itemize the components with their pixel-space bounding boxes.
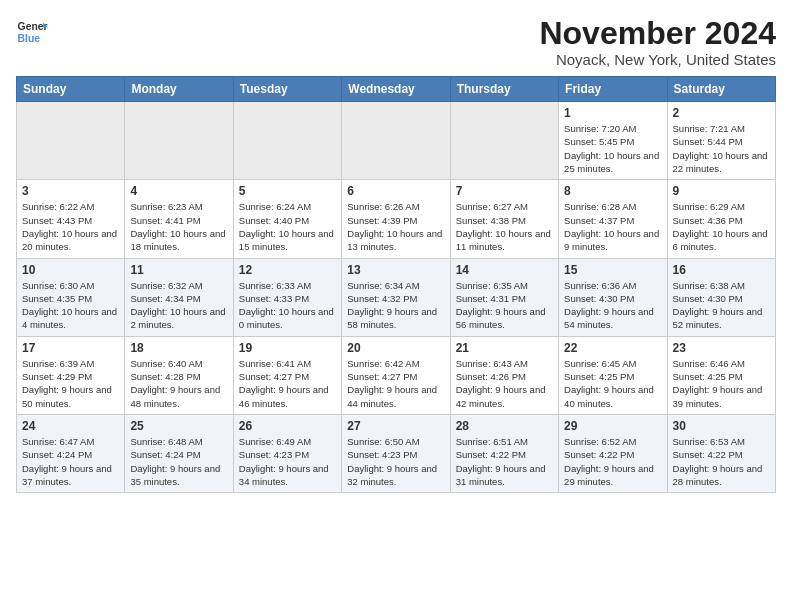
calendar-cell: 21Sunrise: 6:43 AM Sunset: 4:26 PM Dayli…: [450, 336, 558, 414]
day-number: 9: [673, 184, 770, 198]
day-info: Sunrise: 6:40 AM Sunset: 4:28 PM Dayligh…: [130, 357, 227, 410]
day-info: Sunrise: 7:21 AM Sunset: 5:44 PM Dayligh…: [673, 122, 770, 175]
day-info: Sunrise: 6:35 AM Sunset: 4:31 PM Dayligh…: [456, 279, 553, 332]
day-info: Sunrise: 6:45 AM Sunset: 4:25 PM Dayligh…: [564, 357, 661, 410]
column-header-wednesday: Wednesday: [342, 77, 450, 102]
day-info: Sunrise: 6:52 AM Sunset: 4:22 PM Dayligh…: [564, 435, 661, 488]
logo: General Blue: [16, 16, 48, 48]
day-number: 12: [239, 263, 336, 277]
day-info: Sunrise: 6:28 AM Sunset: 4:37 PM Dayligh…: [564, 200, 661, 253]
calendar-cell: 25Sunrise: 6:48 AM Sunset: 4:24 PM Dayli…: [125, 414, 233, 492]
day-info: Sunrise: 6:50 AM Sunset: 4:23 PM Dayligh…: [347, 435, 444, 488]
day-info: Sunrise: 6:30 AM Sunset: 4:35 PM Dayligh…: [22, 279, 119, 332]
calendar-cell: 1Sunrise: 7:20 AM Sunset: 5:45 PM Daylig…: [559, 102, 667, 180]
day-info: Sunrise: 6:34 AM Sunset: 4:32 PM Dayligh…: [347, 279, 444, 332]
day-number: 19: [239, 341, 336, 355]
calendar-cell: 11Sunrise: 6:32 AM Sunset: 4:34 PM Dayli…: [125, 258, 233, 336]
calendar-cell: 4Sunrise: 6:23 AM Sunset: 4:41 PM Daylig…: [125, 180, 233, 258]
calendar-cell: 24Sunrise: 6:47 AM Sunset: 4:24 PM Dayli…: [17, 414, 125, 492]
day-info: Sunrise: 6:41 AM Sunset: 4:27 PM Dayligh…: [239, 357, 336, 410]
calendar-cell: 28Sunrise: 6:51 AM Sunset: 4:22 PM Dayli…: [450, 414, 558, 492]
day-info: Sunrise: 6:42 AM Sunset: 4:27 PM Dayligh…: [347, 357, 444, 410]
calendar-cell: 9Sunrise: 6:29 AM Sunset: 4:36 PM Daylig…: [667, 180, 775, 258]
calendar-cell: 18Sunrise: 6:40 AM Sunset: 4:28 PM Dayli…: [125, 336, 233, 414]
calendar-header-row: SundayMondayTuesdayWednesdayThursdayFrid…: [17, 77, 776, 102]
calendar-week-1: 1Sunrise: 7:20 AM Sunset: 5:45 PM Daylig…: [17, 102, 776, 180]
day-info: Sunrise: 6:53 AM Sunset: 4:22 PM Dayligh…: [673, 435, 770, 488]
calendar-cell: 17Sunrise: 6:39 AM Sunset: 4:29 PM Dayli…: [17, 336, 125, 414]
calendar-cell: [342, 102, 450, 180]
day-number: 2: [673, 106, 770, 120]
calendar-cell: [233, 102, 341, 180]
day-info: Sunrise: 6:36 AM Sunset: 4:30 PM Dayligh…: [564, 279, 661, 332]
calendar-week-2: 3Sunrise: 6:22 AM Sunset: 4:43 PM Daylig…: [17, 180, 776, 258]
day-info: Sunrise: 6:22 AM Sunset: 4:43 PM Dayligh…: [22, 200, 119, 253]
day-info: Sunrise: 6:26 AM Sunset: 4:39 PM Dayligh…: [347, 200, 444, 253]
day-number: 17: [22, 341, 119, 355]
day-number: 24: [22, 419, 119, 433]
day-info: Sunrise: 6:43 AM Sunset: 4:26 PM Dayligh…: [456, 357, 553, 410]
calendar-cell: 16Sunrise: 6:38 AM Sunset: 4:30 PM Dayli…: [667, 258, 775, 336]
month-title: November 2024: [539, 16, 776, 51]
day-info: Sunrise: 7:20 AM Sunset: 5:45 PM Dayligh…: [564, 122, 661, 175]
day-number: 5: [239, 184, 336, 198]
day-info: Sunrise: 6:29 AM Sunset: 4:36 PM Dayligh…: [673, 200, 770, 253]
calendar-cell: 30Sunrise: 6:53 AM Sunset: 4:22 PM Dayli…: [667, 414, 775, 492]
day-info: Sunrise: 6:24 AM Sunset: 4:40 PM Dayligh…: [239, 200, 336, 253]
column-header-monday: Monday: [125, 77, 233, 102]
day-info: Sunrise: 6:27 AM Sunset: 4:38 PM Dayligh…: [456, 200, 553, 253]
calendar-week-4: 17Sunrise: 6:39 AM Sunset: 4:29 PM Dayli…: [17, 336, 776, 414]
day-number: 3: [22, 184, 119, 198]
day-number: 25: [130, 419, 227, 433]
column-header-thursday: Thursday: [450, 77, 558, 102]
day-number: 27: [347, 419, 444, 433]
day-number: 26: [239, 419, 336, 433]
column-header-tuesday: Tuesday: [233, 77, 341, 102]
calendar-cell: 27Sunrise: 6:50 AM Sunset: 4:23 PM Dayli…: [342, 414, 450, 492]
day-number: 18: [130, 341, 227, 355]
calendar-cell: 23Sunrise: 6:46 AM Sunset: 4:25 PM Dayli…: [667, 336, 775, 414]
calendar-cell: 26Sunrise: 6:49 AM Sunset: 4:23 PM Dayli…: [233, 414, 341, 492]
page-header: General Blue November 2024 Noyack, New Y…: [16, 16, 776, 68]
day-info: Sunrise: 6:38 AM Sunset: 4:30 PM Dayligh…: [673, 279, 770, 332]
day-number: 13: [347, 263, 444, 277]
title-area: November 2024 Noyack, New York, United S…: [539, 16, 776, 68]
calendar-cell: 8Sunrise: 6:28 AM Sunset: 4:37 PM Daylig…: [559, 180, 667, 258]
calendar-cell: [450, 102, 558, 180]
day-info: Sunrise: 6:51 AM Sunset: 4:22 PM Dayligh…: [456, 435, 553, 488]
day-number: 28: [456, 419, 553, 433]
calendar-cell: 6Sunrise: 6:26 AM Sunset: 4:39 PM Daylig…: [342, 180, 450, 258]
day-info: Sunrise: 6:48 AM Sunset: 4:24 PM Dayligh…: [130, 435, 227, 488]
svg-text:Blue: Blue: [18, 33, 41, 44]
day-number: 15: [564, 263, 661, 277]
day-number: 21: [456, 341, 553, 355]
day-number: 20: [347, 341, 444, 355]
day-number: 1: [564, 106, 661, 120]
location: Noyack, New York, United States: [539, 51, 776, 68]
calendar-cell: 10Sunrise: 6:30 AM Sunset: 4:35 PM Dayli…: [17, 258, 125, 336]
day-number: 10: [22, 263, 119, 277]
day-info: Sunrise: 6:32 AM Sunset: 4:34 PM Dayligh…: [130, 279, 227, 332]
column-header-sunday: Sunday: [17, 77, 125, 102]
day-number: 22: [564, 341, 661, 355]
calendar-cell: 19Sunrise: 6:41 AM Sunset: 4:27 PM Dayli…: [233, 336, 341, 414]
calendar-cell: 13Sunrise: 6:34 AM Sunset: 4:32 PM Dayli…: [342, 258, 450, 336]
calendar-cell: 20Sunrise: 6:42 AM Sunset: 4:27 PM Dayli…: [342, 336, 450, 414]
calendar-cell: [125, 102, 233, 180]
day-number: 4: [130, 184, 227, 198]
column-header-saturday: Saturday: [667, 77, 775, 102]
day-number: 23: [673, 341, 770, 355]
calendar-week-3: 10Sunrise: 6:30 AM Sunset: 4:35 PM Dayli…: [17, 258, 776, 336]
day-info: Sunrise: 6:23 AM Sunset: 4:41 PM Dayligh…: [130, 200, 227, 253]
calendar-week-5: 24Sunrise: 6:47 AM Sunset: 4:24 PM Dayli…: [17, 414, 776, 492]
logo-icon: General Blue: [16, 16, 48, 48]
calendar-cell: [17, 102, 125, 180]
day-info: Sunrise: 6:39 AM Sunset: 4:29 PM Dayligh…: [22, 357, 119, 410]
day-number: 11: [130, 263, 227, 277]
day-info: Sunrise: 6:47 AM Sunset: 4:24 PM Dayligh…: [22, 435, 119, 488]
day-number: 7: [456, 184, 553, 198]
calendar-cell: 3Sunrise: 6:22 AM Sunset: 4:43 PM Daylig…: [17, 180, 125, 258]
calendar-cell: 14Sunrise: 6:35 AM Sunset: 4:31 PM Dayli…: [450, 258, 558, 336]
calendar-cell: 7Sunrise: 6:27 AM Sunset: 4:38 PM Daylig…: [450, 180, 558, 258]
day-info: Sunrise: 6:49 AM Sunset: 4:23 PM Dayligh…: [239, 435, 336, 488]
